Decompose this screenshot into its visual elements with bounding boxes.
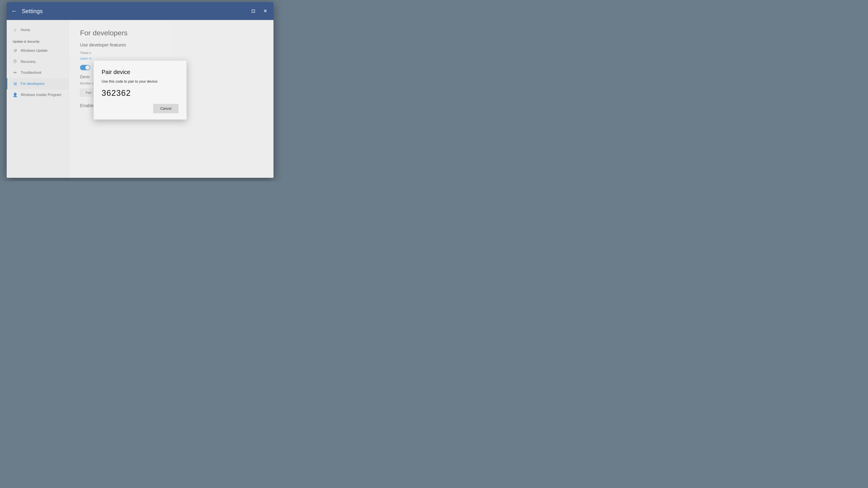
pair-device-dialog: Pair device Use this code to pair to you…: [93, 60, 187, 120]
snap-button[interactable]: ⊡: [249, 7, 257, 15]
dialog-instruction: Use this code to pair to your device:: [102, 79, 179, 84]
close-button[interactable]: ✕: [261, 7, 269, 15]
dialog-title: Pair device: [102, 69, 179, 75]
title-bar: ← Settings ⊡ ✕: [7, 2, 274, 20]
window-title: Settings: [22, 8, 43, 15]
settings-window: ← Settings ⊡ ✕ ⌂ Home Update & Security …: [7, 2, 274, 178]
snap-icon: ⊡: [251, 8, 255, 14]
back-icon: ←: [11, 7, 17, 15]
pairing-code: 362362: [102, 89, 179, 98]
cancel-button[interactable]: Cancel: [153, 104, 179, 113]
close-icon: ✕: [263, 8, 267, 14]
dialog-buttons: Cancel: [102, 104, 179, 113]
title-bar-controls: ⊡ ✕: [249, 7, 269, 15]
back-button[interactable]: ←: [11, 7, 17, 15]
